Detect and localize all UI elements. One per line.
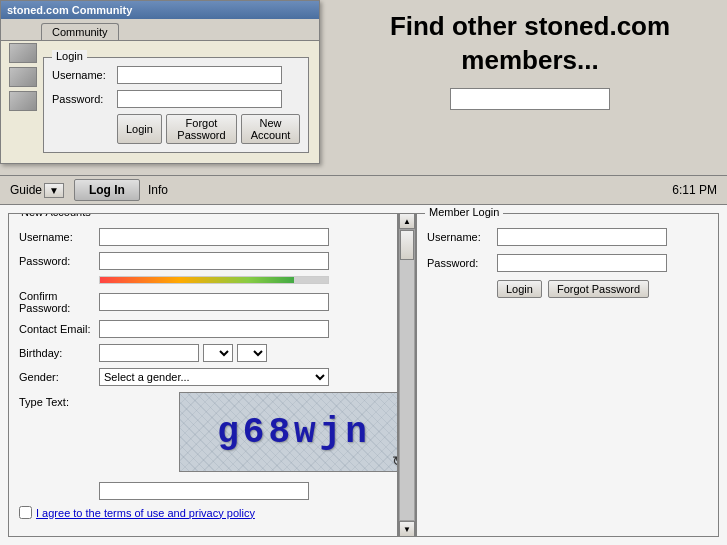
ml-button-row: Login Forgot Password bbox=[427, 280, 708, 298]
password-strength-bar bbox=[99, 276, 329, 284]
ml-forgot-password-button[interactable]: Forgot Password bbox=[548, 280, 649, 298]
scroll-area: ▲ ▼ bbox=[398, 213, 416, 537]
member-login-panel: Member Login Username: Password: Login F… bbox=[416, 213, 719, 537]
toolbar: Guide ▼ Log In Info 6:11 PM bbox=[0, 175, 727, 205]
ml-password-row: Password: bbox=[427, 254, 708, 272]
na-username-label: Username: bbox=[19, 231, 99, 243]
guide-area: Guide ▼ bbox=[10, 183, 64, 198]
thumb-icon-2 bbox=[9, 67, 37, 87]
new-accounts-panel: New Accounts Username: Password: Confirm… bbox=[8, 213, 398, 537]
thumb-icon-1 bbox=[9, 43, 37, 63]
info-label: Info bbox=[148, 183, 168, 197]
promo-search-input[interactable] bbox=[450, 88, 610, 110]
na-type-text-label: Type Text: bbox=[19, 392, 99, 408]
new-accounts-content: Username: Password: Confirm Password: Co… bbox=[9, 214, 397, 529]
ml-username-row: Username: bbox=[427, 228, 708, 246]
scroll-down-button[interactable]: ▼ bbox=[399, 521, 415, 537]
guide-label: Guide bbox=[10, 183, 42, 197]
scroll-thumb bbox=[400, 230, 414, 260]
promo-area: Find other stoned.com members... bbox=[340, 10, 720, 110]
login-button[interactable]: Login bbox=[117, 114, 162, 144]
na-gender-row: Gender: Select a gender... Male Female O… bbox=[19, 368, 387, 386]
na-captcha-row: Type Text: g68wjn ↻ bbox=[19, 392, 387, 500]
browser-titlebar: stoned.com Community bbox=[1, 1, 319, 19]
scroll-up-button[interactable]: ▲ bbox=[399, 213, 415, 229]
system-time: 6:11 PM bbox=[672, 183, 717, 197]
terms-row: I agree to the terms of use and privacy … bbox=[19, 506, 387, 519]
na-username-row: Username: bbox=[19, 228, 387, 246]
username-input[interactable] bbox=[117, 66, 282, 84]
terms-checkbox[interactable] bbox=[19, 506, 32, 519]
member-login-legend: Member Login bbox=[425, 206, 503, 218]
browser-title: stoned.com Community bbox=[7, 4, 132, 16]
na-confirm-row: Confirm Password: bbox=[19, 290, 387, 314]
na-gender-select[interactable]: Select a gender... Male Female Other bbox=[99, 368, 329, 386]
na-password-row: Password: bbox=[19, 252, 387, 270]
guide-dropdown-arrow[interactable]: ▼ bbox=[44, 183, 64, 198]
new-account-button[interactable]: New Account bbox=[241, 114, 300, 144]
forgot-password-button[interactable]: Forgot Password bbox=[166, 114, 237, 144]
birthday-month-input[interactable] bbox=[99, 344, 199, 362]
ml-password-label: Password: bbox=[427, 257, 497, 269]
community-tab[interactable]: Community bbox=[41, 23, 119, 40]
password-label: Password: bbox=[52, 93, 117, 105]
login-btn-row: Login Forgot Password New Account bbox=[52, 114, 300, 144]
username-row: Username: bbox=[52, 66, 300, 84]
na-confirm-label: Confirm Password: bbox=[19, 290, 99, 314]
main-content: New Accounts Username: Password: Confirm… bbox=[0, 205, 727, 545]
member-login-content: Username: Password: Login Forgot Passwor… bbox=[417, 214, 718, 308]
scroll-track[interactable] bbox=[399, 229, 415, 521]
ml-username-input[interactable] bbox=[497, 228, 667, 246]
browser-content: Login Username: Password: Login Forgot P… bbox=[1, 40, 319, 163]
na-password-label: Password: bbox=[19, 255, 99, 267]
ml-login-button[interactable]: Login bbox=[497, 280, 542, 298]
na-username-input[interactable] bbox=[99, 228, 329, 246]
ml-password-input[interactable] bbox=[497, 254, 667, 272]
na-birthday-label: Birthday: bbox=[19, 347, 99, 359]
na-email-row: Contact Email: bbox=[19, 320, 387, 338]
promo-text: Find other stoned.com members... bbox=[340, 10, 720, 78]
na-gender-label: Gender: bbox=[19, 371, 99, 383]
ml-username-label: Username: bbox=[427, 231, 497, 243]
login-legend: Login bbox=[52, 50, 87, 62]
captcha-input[interactable] bbox=[99, 482, 309, 500]
na-email-label: Contact Email: bbox=[19, 323, 99, 335]
birthday-year-select[interactable] bbox=[237, 344, 267, 362]
login-toolbar-button[interactable]: Log In bbox=[74, 179, 140, 201]
thumb-icon-3 bbox=[9, 91, 37, 111]
captcha-text: g68wjn bbox=[217, 412, 371, 453]
login-group: Login Username: Password: Login Forgot P… bbox=[43, 57, 309, 153]
birthday-month-select[interactable] bbox=[203, 344, 233, 362]
captcha-section: g68wjn ↻ bbox=[99, 392, 398, 500]
password-row: Password: bbox=[52, 90, 300, 108]
username-label: Username: bbox=[52, 69, 117, 81]
captcha-image: g68wjn ↻ bbox=[179, 392, 398, 472]
birthday-inputs bbox=[99, 344, 267, 362]
na-password-input[interactable] bbox=[99, 252, 329, 270]
new-accounts-legend: New Accounts bbox=[17, 213, 95, 218]
na-birthday-row: Birthday: bbox=[19, 344, 387, 362]
terms-label[interactable]: I agree to the terms of use and privacy … bbox=[36, 507, 255, 519]
na-confirm-input[interactable] bbox=[99, 293, 329, 311]
captcha-refresh-icon[interactable]: ↻ bbox=[392, 453, 398, 469]
na-email-input[interactable] bbox=[99, 320, 329, 338]
browser-window: stoned.com Community Community Login Use… bbox=[0, 0, 320, 164]
password-input[interactable] bbox=[117, 90, 282, 108]
